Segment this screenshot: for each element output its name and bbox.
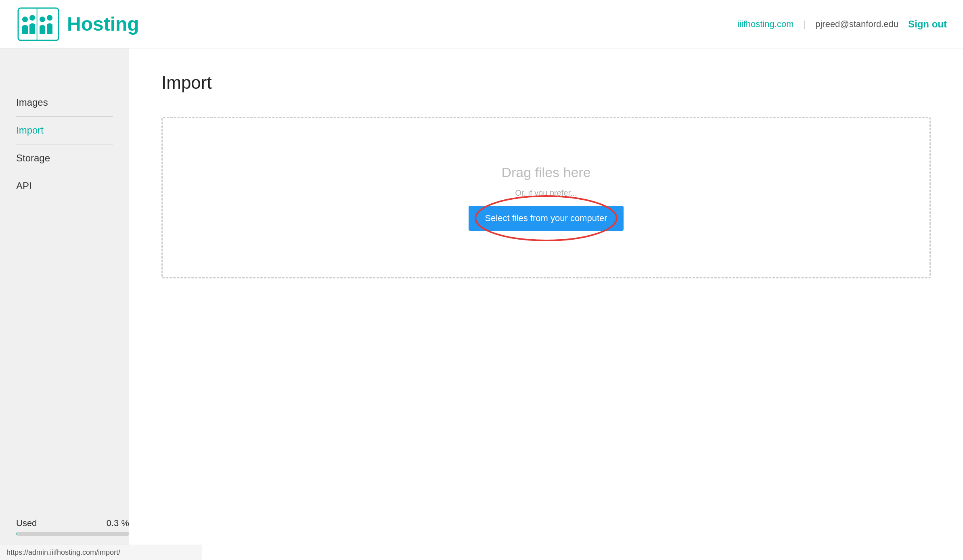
svg-point-3 xyxy=(29,15,35,21)
select-files-button[interactable]: Select files from your computer xyxy=(469,206,623,231)
svg-point-2 xyxy=(22,17,28,22)
progress-bar-fill xyxy=(16,532,17,536)
or-prefer-text: Or, if you prefer... xyxy=(515,188,577,198)
svg-point-5 xyxy=(47,15,52,21)
logo-area: Hosting xyxy=(16,4,139,44)
drop-zone[interactable]: Drag files here Or, if you prefer... Sel… xyxy=(161,117,931,278)
brand-name: Hosting xyxy=(67,13,139,35)
header-divider: | xyxy=(803,19,806,29)
status-bar: https://admin.iiifhosting.com/import/ xyxy=(0,545,202,560)
sidebar: Images Import Storage API Used 0.3 % xyxy=(0,48,129,560)
svg-rect-1 xyxy=(36,8,38,40)
sidebar-nav: Images Import Storage API xyxy=(16,89,113,200)
header-right: iiifhosting.com | pjreed@stanford.edu Si… xyxy=(737,19,947,30)
progress-bar-track xyxy=(16,532,129,536)
sidebar-item-storage[interactable]: Storage xyxy=(16,144,113,172)
user-email: pjreed@stanford.edu xyxy=(815,19,898,29)
site-link[interactable]: iiifhosting.com xyxy=(737,19,793,29)
used-value: 0.3 % xyxy=(107,518,129,529)
svg-rect-0 xyxy=(18,8,59,40)
page-title: Import xyxy=(161,73,931,93)
main-content: Import Drag files here Or, if you prefer… xyxy=(129,48,963,560)
sidebar-item-images[interactable]: Images xyxy=(16,89,113,117)
drag-files-text: Drag files here xyxy=(501,165,590,180)
page-layout: Images Import Storage API Used 0.3 % Imp… xyxy=(0,48,963,560)
used-label: Used xyxy=(16,518,37,529)
logo-icon xyxy=(16,4,61,44)
sidebar-item-api[interactable]: API xyxy=(16,172,113,200)
svg-point-4 xyxy=(40,17,45,22)
usage-row: Used 0.3 % xyxy=(16,518,129,529)
status-url: https://admin.iiifhosting.com/import/ xyxy=(6,548,120,556)
sidebar-footer: Used 0.3 % xyxy=(16,502,129,536)
sign-out-button[interactable]: Sign out xyxy=(908,19,947,30)
header: Hosting iiifhosting.com | pjreed@stanfor… xyxy=(0,0,963,48)
sidebar-item-import[interactable]: Import xyxy=(16,117,113,144)
